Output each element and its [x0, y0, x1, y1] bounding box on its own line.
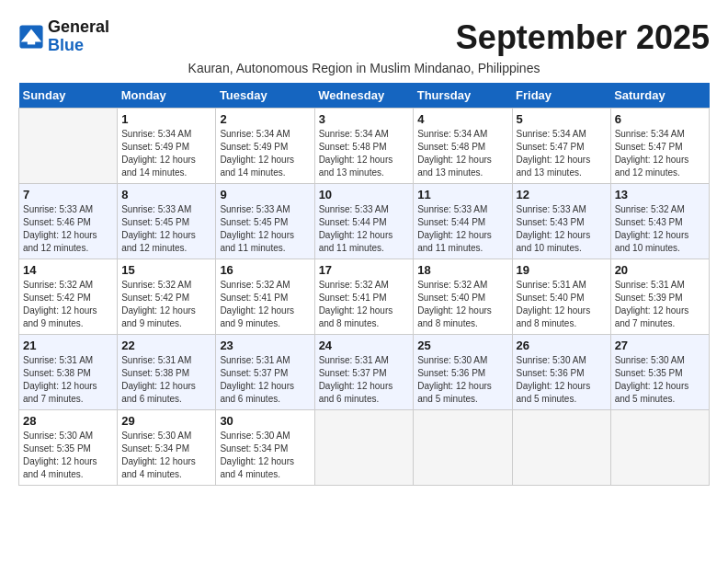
day-detail: Sunrise: 5:32 AM Sunset: 5:41 PM Dayligh…: [220, 279, 310, 330]
day-number: 20: [615, 263, 705, 277]
day-detail: Sunrise: 5:34 AM Sunset: 5:49 PM Dayligh…: [121, 128, 211, 179]
day-number: 8: [121, 188, 211, 201]
header-row: SundayMondayTuesdayWednesdayThursdayFrid…: [19, 83, 710, 109]
day-detail: Sunrise: 5:31 AM Sunset: 5:38 PM Dayligh…: [121, 354, 211, 406]
calendar-table: SundayMondayTuesdayWednesdayThursdayFrid…: [18, 83, 710, 486]
calendar-header: SundayMondayTuesdayWednesdayThursdayFrid…: [19, 83, 710, 109]
svg-rect-2: [28, 40, 35, 45]
day-detail: Sunrise: 5:34 AM Sunset: 5:48 PM Dayligh…: [319, 128, 410, 179]
calendar-week-row: 1Sunrise: 5:34 AM Sunset: 5:49 PM Daylig…: [19, 109, 710, 184]
calendar-cell: 11Sunrise: 5:33 AM Sunset: 5:44 PM Dayli…: [414, 184, 512, 259]
day-number: 22: [121, 339, 211, 352]
day-number: 19: [517, 263, 607, 277]
day-detail: Sunrise: 5:30 AM Sunset: 5:34 PM Dayligh…: [220, 430, 310, 481]
calendar-cell: 6Sunrise: 5:34 AM Sunset: 5:47 PM Daylig…: [610, 109, 709, 184]
day-number: 14: [23, 263, 113, 277]
day-number: 9: [220, 188, 310, 201]
calendar-cell: 25Sunrise: 5:30 AM Sunset: 5:36 PM Dayli…: [414, 335, 512, 410]
day-detail: Sunrise: 5:34 AM Sunset: 5:47 PM Dayligh…: [517, 128, 607, 179]
calendar-cell: 5Sunrise: 5:34 AM Sunset: 5:47 PM Daylig…: [512, 109, 610, 184]
header-day: Monday: [118, 83, 216, 109]
day-number: 11: [417, 188, 507, 201]
calendar-cell: [314, 410, 414, 486]
calendar-cell: 30Sunrise: 5:30 AM Sunset: 5:34 PM Dayli…: [216, 410, 314, 486]
day-detail: Sunrise: 5:31 AM Sunset: 5:40 PM Dayligh…: [517, 279, 607, 330]
month-title: September 2025: [456, 18, 710, 57]
calendar-cell: 24Sunrise: 5:31 AM Sunset: 5:37 PM Dayli…: [314, 335, 414, 410]
day-number: 25: [417, 339, 507, 352]
calendar-cell: [19, 109, 118, 184]
day-detail: Sunrise: 5:30 AM Sunset: 5:34 PM Dayligh…: [121, 430, 211, 481]
header-day: Wednesday: [314, 83, 414, 109]
day-detail: Sunrise: 5:32 AM Sunset: 5:42 PM Dayligh…: [121, 279, 211, 330]
day-detail: Sunrise: 5:34 AM Sunset: 5:48 PM Dayligh…: [417, 128, 507, 179]
calendar-cell: [414, 410, 512, 486]
calendar-cell: 9Sunrise: 5:33 AM Sunset: 5:45 PM Daylig…: [216, 184, 314, 259]
day-number: 26: [517, 339, 607, 352]
calendar-body: 1Sunrise: 5:34 AM Sunset: 5:49 PM Daylig…: [19, 109, 710, 486]
day-detail: Sunrise: 5:32 AM Sunset: 5:42 PM Dayligh…: [23, 279, 113, 330]
day-number: 27: [615, 339, 705, 352]
header-day: Friday: [512, 83, 610, 109]
day-number: 1: [121, 112, 211, 126]
day-detail: Sunrise: 5:33 AM Sunset: 5:45 PM Dayligh…: [121, 203, 211, 255]
calendar-cell: 1Sunrise: 5:34 AM Sunset: 5:49 PM Daylig…: [118, 109, 216, 184]
calendar-cell: 23Sunrise: 5:31 AM Sunset: 5:37 PM Dayli…: [216, 335, 314, 410]
day-number: 30: [220, 414, 310, 428]
day-number: 17: [319, 263, 410, 277]
logo-icon: [18, 24, 44, 50]
calendar-week-row: 7Sunrise: 5:33 AM Sunset: 5:46 PM Daylig…: [19, 184, 710, 259]
calendar-week-row: 21Sunrise: 5:31 AM Sunset: 5:38 PM Dayli…: [19, 335, 710, 410]
calendar-cell: 4Sunrise: 5:34 AM Sunset: 5:48 PM Daylig…: [414, 109, 512, 184]
calendar-cell: [610, 410, 709, 486]
day-number: 3: [319, 112, 410, 126]
header-day: Sunday: [19, 83, 118, 109]
day-number: 28: [23, 414, 113, 428]
day-number: 16: [220, 263, 310, 277]
calendar-cell: 29Sunrise: 5:30 AM Sunset: 5:34 PM Dayli…: [118, 410, 216, 486]
day-detail: Sunrise: 5:31 AM Sunset: 5:37 PM Dayligh…: [319, 354, 410, 406]
calendar-cell: 22Sunrise: 5:31 AM Sunset: 5:38 PM Dayli…: [118, 335, 216, 410]
calendar-week-row: 14Sunrise: 5:32 AM Sunset: 5:42 PM Dayli…: [19, 259, 710, 335]
day-detail: Sunrise: 5:32 AM Sunset: 5:40 PM Dayligh…: [417, 279, 507, 330]
header-day: Thursday: [414, 83, 512, 109]
header-day: Saturday: [610, 83, 709, 109]
day-detail: Sunrise: 5:32 AM Sunset: 5:41 PM Dayligh…: [319, 279, 410, 330]
logo-text-line2: Blue: [48, 37, 109, 55]
calendar-cell: 28Sunrise: 5:30 AM Sunset: 5:35 PM Dayli…: [19, 410, 118, 486]
calendar-cell: 13Sunrise: 5:32 AM Sunset: 5:43 PM Dayli…: [610, 184, 709, 259]
calendar-cell: 15Sunrise: 5:32 AM Sunset: 5:42 PM Dayli…: [118, 259, 216, 335]
calendar-cell: 27Sunrise: 5:30 AM Sunset: 5:35 PM Dayli…: [610, 335, 709, 410]
day-detail: Sunrise: 5:31 AM Sunset: 5:38 PM Dayligh…: [23, 354, 113, 406]
day-detail: Sunrise: 5:34 AM Sunset: 5:47 PM Dayligh…: [615, 128, 705, 179]
day-number: 15: [121, 263, 211, 277]
calendar-cell: 2Sunrise: 5:34 AM Sunset: 5:49 PM Daylig…: [216, 109, 314, 184]
day-detail: Sunrise: 5:30 AM Sunset: 5:35 PM Dayligh…: [615, 354, 705, 406]
day-detail: Sunrise: 5:34 AM Sunset: 5:49 PM Dayligh…: [220, 128, 310, 179]
calendar-cell: 21Sunrise: 5:31 AM Sunset: 5:38 PM Dayli…: [19, 335, 118, 410]
day-detail: Sunrise: 5:31 AM Sunset: 5:39 PM Dayligh…: [615, 279, 705, 330]
calendar-cell: [512, 410, 610, 486]
subtitle: Kauran, Autonomous Region in Muslim Mind…: [18, 61, 710, 75]
day-number: 13: [615, 188, 705, 201]
calendar-cell: 10Sunrise: 5:33 AM Sunset: 5:44 PM Dayli…: [314, 184, 414, 259]
day-detail: Sunrise: 5:31 AM Sunset: 5:37 PM Dayligh…: [220, 354, 310, 406]
day-detail: Sunrise: 5:30 AM Sunset: 5:36 PM Dayligh…: [517, 354, 607, 406]
calendar-cell: 7Sunrise: 5:33 AM Sunset: 5:46 PM Daylig…: [19, 184, 118, 259]
day-detail: Sunrise: 5:33 AM Sunset: 5:43 PM Dayligh…: [517, 203, 607, 255]
day-number: 21: [23, 339, 113, 352]
day-number: 5: [517, 112, 607, 126]
calendar-cell: 26Sunrise: 5:30 AM Sunset: 5:36 PM Dayli…: [512, 335, 610, 410]
calendar-cell: 17Sunrise: 5:32 AM Sunset: 5:41 PM Dayli…: [314, 259, 414, 335]
day-detail: Sunrise: 5:33 AM Sunset: 5:45 PM Dayligh…: [220, 203, 310, 255]
calendar-cell: 20Sunrise: 5:31 AM Sunset: 5:39 PM Dayli…: [610, 259, 709, 335]
day-detail: Sunrise: 5:30 AM Sunset: 5:35 PM Dayligh…: [23, 430, 113, 481]
logo-text-line1: General: [48, 18, 109, 37]
day-detail: Sunrise: 5:30 AM Sunset: 5:36 PM Dayligh…: [417, 354, 507, 406]
day-number: 24: [319, 339, 410, 352]
calendar-cell: 3Sunrise: 5:34 AM Sunset: 5:48 PM Daylig…: [314, 109, 414, 184]
calendar-week-row: 28Sunrise: 5:30 AM Sunset: 5:35 PM Dayli…: [19, 410, 710, 486]
header-day: Tuesday: [216, 83, 314, 109]
day-detail: Sunrise: 5:33 AM Sunset: 5:44 PM Dayligh…: [319, 203, 410, 255]
day-number: 7: [23, 188, 113, 201]
